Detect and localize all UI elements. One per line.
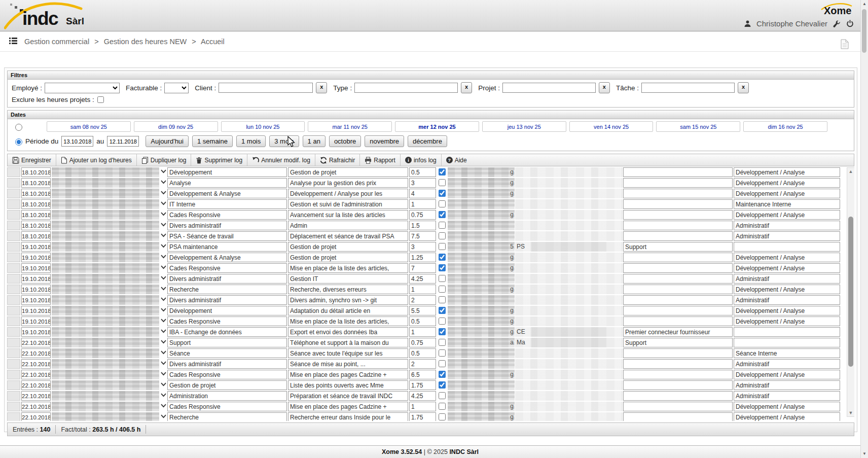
row-extra[interactable] [623, 370, 733, 379]
row-desc[interactable]: Adaptation du détail article en [288, 306, 408, 315]
row-desc[interactable]: Gestion de projet [288, 253, 408, 262]
quick-period-button[interactable]: novembre [365, 135, 404, 147]
row-task[interactable]: Divers administratif [167, 295, 287, 305]
row-task[interactable]: Gestion de projet [167, 380, 287, 390]
row-billable-checkbox[interactable] [439, 403, 446, 410]
row-hours[interactable]: 0.75 [409, 210, 436, 220]
row-desc[interactable]: Mise en place des pages Cadzine + [288, 402, 408, 411]
row-date[interactable]: 22.10.2018 [21, 370, 51, 379]
row-task[interactable]: Séance [167, 348, 287, 358]
row-type[interactable]: Maintenance Interne [734, 199, 840, 209]
row-hours[interactable]: 2 [409, 359, 436, 369]
row-type[interactable]: Développement / Analyse [734, 167, 840, 177]
row-desc[interactable]: Divers admin, synchro svn -> git [288, 295, 408, 305]
scroll-up-icon[interactable]: ▲ [861, 1, 868, 8]
row-handle[interactable] [7, 370, 20, 379]
row-task[interactable]: Cades Responsive [167, 210, 287, 220]
row-hours[interactable]: 6.5 [409, 370, 436, 379]
row-date[interactable]: 19.10.2018 [21, 263, 51, 273]
type-clear-button[interactable]: x [461, 82, 472, 93]
row-date[interactable]: 19.10.2018 [21, 253, 51, 262]
row-billable-checkbox[interactable] [439, 328, 446, 335]
row-hours[interactable]: 4 [409, 189, 436, 198]
row-type[interactable]: Développement / Analyse [734, 285, 840, 294]
row-hours[interactable]: 1.75 [409, 380, 436, 390]
row-hours[interactable]: 1 [409, 327, 436, 337]
grid-scrollbar-thumb[interactable] [848, 217, 853, 367]
grid-scroll-down-icon[interactable]: ▼ [847, 410, 854, 415]
row-type[interactable]: Développement / Analyse [734, 210, 840, 220]
row-task[interactable]: Divers administratif [167, 221, 287, 230]
row-billable-checkbox[interactable] [439, 190, 446, 197]
row-date[interactable]: 18.10.2018 [21, 189, 51, 198]
duplicate-log-button[interactable]: Dupliquer log [137, 154, 192, 166]
row-hours[interactable]: 7.5 [409, 231, 436, 241]
row-handle[interactable] [7, 167, 20, 177]
browser-scrollbar-thumb[interactable] [862, 9, 866, 53]
row-extra[interactable] [623, 285, 733, 294]
row-billable-checkbox[interactable] [439, 296, 446, 303]
row-extra[interactable] [623, 199, 733, 209]
row-desc[interactable]: Séance de mise au point, ... [288, 359, 408, 369]
row-hours[interactable]: 1.25 [409, 253, 436, 262]
row-extra[interactable] [623, 316, 733, 326]
client-input[interactable] [219, 83, 313, 93]
facturable-select[interactable] [164, 83, 189, 93]
browser-scrollbar[interactable]: ▲ ▼ [860, 0, 868, 458]
row-type[interactable] [734, 327, 840, 337]
row-handle[interactable] [7, 412, 20, 421]
row-extra[interactable] [623, 263, 733, 273]
row-task[interactable]: PSA - Séance de travail [167, 231, 287, 241]
row-date[interactable]: 19.10.2018 [21, 285, 51, 294]
row-billable-checkbox[interactable] [439, 211, 446, 218]
row-hours[interactable]: 0.5 [409, 316, 436, 326]
row-type[interactable]: Administratif [734, 221, 840, 230]
row-date[interactable]: 18.10.2018 [21, 231, 51, 241]
row-extra[interactable] [623, 412, 733, 421]
row-hours[interactable]: 4.25 [409, 391, 436, 401]
row-task[interactable]: IT Interne [167, 199, 287, 209]
row-type[interactable]: Administratif [734, 231, 840, 241]
day-button[interactable]: sam 08 nov 25 [47, 121, 131, 132]
row-billable-checkbox[interactable] [439, 264, 446, 271]
quick-period-button[interactable]: 1 semaine [192, 135, 233, 147]
row-type[interactable]: Développement / Analyse [734, 316, 840, 326]
row-date[interactable]: 19.10.2018 [21, 295, 51, 305]
day-button[interactable]: mar 11 nov 25 [308, 121, 392, 132]
row-type[interactable]: Administratif [734, 391, 840, 401]
row-task[interactable]: IBA - Echange de données [167, 327, 287, 337]
chevron-down-icon[interactable] [160, 210, 167, 220]
row-type[interactable]: Administratif [734, 274, 840, 284]
row-task[interactable]: Cades Responsive [167, 316, 287, 326]
day-button[interactable]: dim 16 nov 25 [743, 121, 827, 132]
menu-list-icon[interactable] [9, 37, 17, 46]
row-handle[interactable] [7, 402, 20, 411]
row-desc[interactable]: Gestion de projet [288, 242, 408, 252]
row-desc[interactable]: Téléphone et support à la maison du [288, 338, 408, 347]
row-handle[interactable] [7, 316, 20, 326]
row-task[interactable]: Développement [167, 167, 287, 177]
row-task[interactable]: Développement & Analyse [167, 189, 287, 198]
help-button[interactable]: ? Aide [442, 154, 472, 166]
row-hours[interactable]: 7 [409, 263, 436, 273]
row-extra[interactable] [623, 167, 733, 177]
chevron-down-icon[interactable] [160, 348, 167, 358]
tache-clear-button[interactable]: x [738, 82, 749, 93]
row-task[interactable]: Analyse [167, 178, 287, 188]
row-billable-checkbox[interactable] [439, 307, 446, 314]
day-mode-radio[interactable] [15, 124, 22, 131]
day-button[interactable]: lun 10 nov 25 [221, 121, 305, 132]
row-billable-checkbox[interactable] [439, 286, 446, 293]
refresh-button[interactable]: Rafraichir [315, 154, 360, 166]
chevron-down-icon[interactable] [160, 391, 167, 401]
row-hours[interactable]: 4.25 [409, 274, 436, 284]
row-hours[interactable]: 1.5 [409, 221, 436, 230]
chevron-down-icon[interactable] [160, 189, 167, 198]
row-task[interactable]: Recherche [167, 285, 287, 294]
row-extra[interactable] [623, 274, 733, 284]
row-type[interactable]: Développement / Analyse [734, 178, 840, 188]
day-button[interactable]: ven 14 nov 25 [569, 121, 654, 132]
chevron-down-icon[interactable] [160, 242, 167, 252]
row-task[interactable]: Divers administratif [167, 274, 287, 284]
quick-period-button[interactable]: Aujourd'hui [146, 135, 189, 147]
